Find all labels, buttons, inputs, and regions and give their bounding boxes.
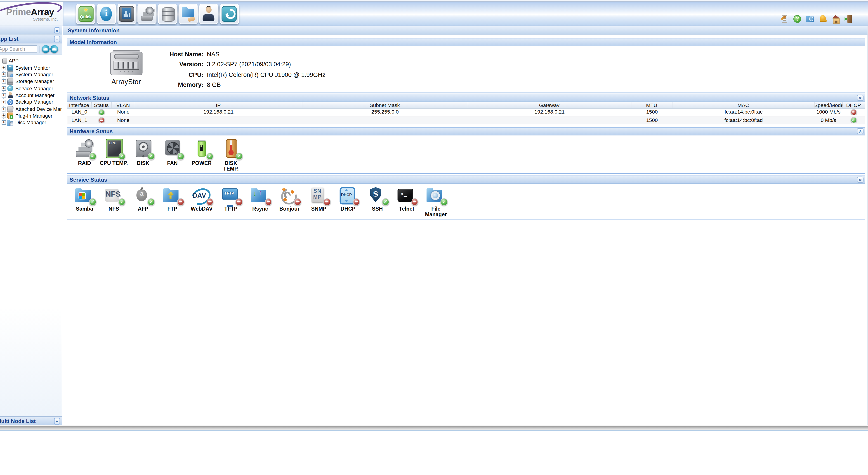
toolbar-button[interactable]	[138, 4, 157, 24]
service-item-label: WebDAV	[187, 206, 216, 212]
tree-item-label: Account Manager	[16, 92, 55, 98]
close-all-folders-button[interactable]	[51, 45, 58, 53]
service-item[interactable]: DHCP	[333, 187, 363, 217]
toolbar-button[interactable]	[117, 4, 136, 24]
hardware-icon-wrap	[103, 139, 125, 158]
service-item[interactable]: TFTP	[216, 187, 246, 217]
home-icon[interactable]	[832, 15, 839, 22]
multi-node-expand-button[interactable]: +	[54, 418, 60, 424]
service-icon-wrap	[396, 187, 418, 204]
tree-item[interactable]: + Backup Manager	[0, 99, 61, 106]
speed-cell: 1000 Mb/s	[814, 109, 843, 115]
app-list-collapse-button[interactable]: −	[54, 36, 60, 42]
tree-item[interactable]: + System Manager	[0, 71, 61, 78]
tree-item-label: System Manager	[16, 72, 53, 77]
service-item-label: FTP	[158, 206, 187, 212]
hardware-item: RAID	[70, 139, 99, 172]
service-icon-wrap	[191, 187, 213, 204]
app-search-row	[0, 43, 61, 55]
backup-restore-icon	[222, 6, 237, 22]
tree-item[interactable]: + Disc Manager	[0, 119, 61, 126]
brand-logo: PrimeArray Systems, Inc.	[0, 2, 64, 26]
panel-title: Model Information	[70, 39, 117, 45]
logout-door-icon[interactable]	[845, 15, 852, 22]
help-icon[interactable]	[794, 15, 801, 22]
status-badge	[148, 153, 155, 160]
t-monitor-icon	[7, 65, 13, 71]
toolbar-button[interactable]	[199, 4, 218, 24]
page-title: System Information	[63, 26, 867, 35]
hardware-icon-wrap	[132, 139, 154, 158]
collapse-section-button[interactable]	[857, 176, 864, 183]
collapse-section-button[interactable]	[857, 94, 864, 101]
tree-expander[interactable]: +	[1, 65, 6, 70]
service-item[interactable]: NFS	[99, 187, 129, 217]
collapse-section-button[interactable]	[857, 128, 864, 135]
toolbar-button[interactable]: Quick	[76, 4, 95, 24]
service-item-label: TFTP	[216, 206, 246, 212]
service-item[interactable]: SSH	[363, 187, 392, 217]
tree-expander[interactable]: +	[1, 86, 6, 91]
tree-item-label: Backup Manager	[16, 99, 53, 105]
app-tree: APP + System Monitor + System Manager	[0, 56, 61, 416]
service-item[interactable]: Rsync	[246, 187, 275, 217]
toolbar-button[interactable]	[158, 4, 177, 24]
toolbar-button[interactable]	[179, 4, 198, 24]
tree-item[interactable]: + Plug-In Manager	[0, 112, 61, 119]
service-item[interactable]: WebDAV	[187, 187, 216, 217]
service-item[interactable]: SNMP	[304, 187, 333, 217]
service-item[interactable]: AFP	[128, 187, 158, 217]
service-item[interactable]: Samba	[70, 187, 99, 217]
tree-item[interactable]: + Account Manager	[0, 92, 61, 99]
tree-item[interactable]: + System Monitor	[0, 64, 61, 71]
hardware-item: FAN	[158, 139, 187, 172]
service-icon-wrap	[132, 187, 154, 204]
tree-item[interactable]: + Storage Manager	[0, 78, 61, 85]
brand-name-prime: Prime	[6, 6, 31, 16]
field-value: NAS	[207, 49, 219, 59]
t-system-icon	[7, 71, 13, 78]
app-search-input[interactable]	[0, 45, 37, 53]
tree-expander[interactable]: +	[1, 121, 6, 125]
log-document-icon[interactable]	[780, 15, 788, 22]
toolbar-button[interactable]	[97, 4, 116, 24]
status-badge	[206, 153, 213, 160]
app-root-icon	[2, 58, 7, 63]
model-field-row: Version: 3.2.02-SP7 (2021/09/03 04:29)	[67, 59, 864, 69]
sidebar-collapse-button[interactable]: «	[54, 27, 60, 33]
tree-expander[interactable]: +	[1, 79, 6, 84]
tree-expander[interactable]: +	[1, 107, 6, 111]
tree-expander[interactable]: +	[1, 114, 6, 118]
column-header: IP	[135, 102, 302, 108]
hardware-item: CPU TEMP.	[99, 139, 129, 172]
gateway-cell: 192.168.0.21	[468, 109, 631, 115]
hardware-item-label: DISK	[128, 160, 158, 166]
mac-cell: fc:aa:14:bc:0f:ad	[673, 117, 814, 123]
model-info-header: Model Information	[67, 38, 864, 46]
tree-expander[interactable]: +	[1, 100, 6, 104]
status-cell	[92, 117, 112, 123]
field-value: 3.2.02-SP7 (2021/09/03 04:29)	[207, 59, 291, 69]
service-item[interactable]: File Manager	[421, 187, 451, 217]
tree-root-item[interactable]: APP	[0, 57, 61, 64]
service-item-label: AFP	[128, 206, 158, 212]
service-item[interactable]: Bonjour	[275, 187, 304, 217]
status-cell	[92, 109, 112, 115]
toolbar-buttons: Quick	[76, 4, 239, 24]
toolbar-button[interactable]	[220, 4, 239, 24]
tree-item[interactable]: + Attached Device Manager	[0, 106, 61, 112]
service-icon-wrap	[425, 187, 447, 204]
network-row: LAN_0 None 192.168.0.21 255.255.0.0 192.…	[67, 108, 864, 116]
tree-expander[interactable]: +	[1, 72, 6, 77]
service-item[interactable]: FTP	[158, 187, 187, 217]
service-items: Samba NFS	[67, 184, 864, 217]
network-status-header: Network Status	[67, 94, 864, 101]
service-icon-wrap	[103, 187, 125, 204]
alert-bell-icon[interactable]	[819, 15, 827, 22]
tree-expander[interactable]: +	[1, 93, 6, 97]
status-badge	[236, 153, 243, 160]
open-all-folders-button[interactable]	[42, 45, 49, 53]
service-item[interactable]: Telnet	[392, 187, 421, 217]
file-search-icon[interactable]	[806, 15, 814, 22]
tree-item[interactable]: + Service Manager	[0, 85, 61, 92]
